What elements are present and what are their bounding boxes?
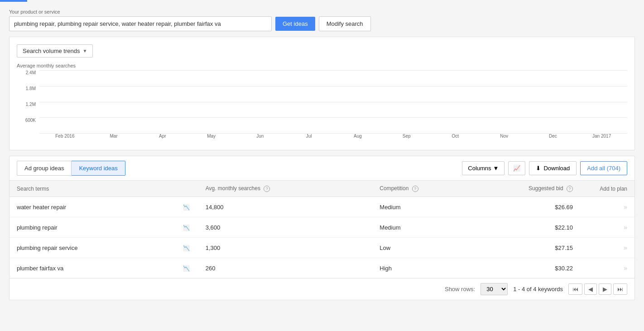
add-to-plan-water-heater[interactable]: » — [580, 197, 634, 217]
term-plumbing-repair-service: plumbing repair service — [10, 238, 176, 258]
get-ideas-button[interactable]: Get ideas — [275, 17, 315, 31]
y-label-1.8m: 1.8M — [26, 86, 36, 91]
bars-container — [39, 70, 627, 134]
search-volume-trends-button[interactable]: Search volume trends ▼ — [17, 44, 93, 58]
last-page-button[interactable]: ⏭ — [613, 283, 627, 295]
download-button[interactable]: ⬇ Download — [529, 161, 577, 175]
page-nav: ⏮ ◀ ▶ ⏭ — [568, 283, 627, 295]
trend-icon-plumbing-repair-service[interactable]: 📉 — [176, 238, 198, 258]
search-label: Your product or service — [9, 9, 635, 14]
chart-panel: Search volume trends ▼ Average monthly s… — [9, 37, 635, 150]
add-to-plan-chevron-icon: » — [624, 224, 627, 231]
term-plumber-fairfax-va: plumber fairfax va — [10, 258, 176, 278]
x-label-nov: Nov — [481, 134, 528, 143]
modify-search-button[interactable]: Modify search — [319, 16, 371, 31]
trend-icon-water-heater[interactable]: 📉 — [176, 197, 198, 217]
y-label-1.2m: 1.2M — [26, 102, 36, 107]
tab-keyword-ideas[interactable]: Keyword ideas — [72, 161, 125, 176]
add-to-plan-plumbing-repair[interactable]: » — [580, 217, 634, 238]
add-to-plan-plumbing-repair-service[interactable]: » — [580, 238, 634, 258]
add-all-button[interactable]: Add all (704) — [580, 161, 627, 175]
download-icon: ⬇ — [536, 165, 541, 172]
search-section: Your product or service Get ideas Modify… — [9, 9, 635, 31]
rows-select[interactable]: 30 50 100 — [481, 283, 508, 295]
prev-page-button[interactable]: ◀ — [584, 283, 597, 295]
columns-dropdown-icon: ▼ — [493, 165, 499, 172]
trend-icon-plumber-fairfax[interactable]: 📉 — [176, 258, 198, 278]
tabs: Ad group ideas Keyword ideas — [17, 161, 125, 176]
dropdown-arrow-icon: ▼ — [82, 48, 87, 53]
next-page-button[interactable]: ▶ — [599, 283, 611, 295]
chart-header: Search volume trends ▼ — [17, 44, 627, 58]
term-plumbing-repair: plumbing repair — [10, 217, 176, 238]
monthly-plumber-fairfax: 260 — [198, 258, 373, 278]
avg-monthly-help-icon[interactable]: ? — [264, 186, 270, 192]
chart-area: Average monthly searches 2.4M 1.8M 1.2M … — [17, 63, 627, 143]
first-page-button[interactable]: ⏮ — [568, 283, 582, 295]
suggested-bid-help-icon[interactable]: ? — [567, 186, 573, 192]
table-section: Ad group ideas Keyword ideas Columns ▼ 📈… — [9, 156, 635, 300]
monthly-plumbing-repair-service: 1,300 — [198, 238, 373, 258]
download-label: Download — [543, 165, 570, 172]
pagination-bar: Show rows: 30 50 100 1 - 4 of 4 keywords… — [10, 278, 634, 300]
tab-ad-group-ideas[interactable]: Ad group ideas — [17, 161, 72, 176]
search-input[interactable] — [9, 16, 272, 31]
table-row: plumbing repair service 📉 1,300 Low $27.… — [10, 238, 634, 258]
x-label-sep: Sep — [383, 134, 430, 143]
x-label-jan2017: Jan 2017 — [578, 134, 625, 143]
add-to-plan-chevron-icon: » — [624, 203, 627, 211]
table-toolbar: Ad group ideas Keyword ideas Columns ▼ 📈… — [10, 156, 634, 181]
th-suggested-bid: Suggested bid ? — [490, 181, 580, 197]
add-to-plan-chevron-icon: » — [624, 244, 627, 251]
competition-help-icon[interactable]: ? — [412, 186, 418, 192]
table-body: water heater repair 📉 14,800 Medium $26.… — [10, 197, 634, 278]
y-label-2.4m: 2.4M — [26, 70, 36, 75]
competition-plumber-fairfax: High — [372, 258, 490, 278]
search-row: Get ideas Modify search — [9, 16, 635, 31]
x-label-jul: Jul — [285, 134, 333, 143]
th-competition: Competition ? — [372, 181, 490, 197]
th-add-to-plan: Add to plan — [580, 181, 634, 197]
table-row: water heater repair 📉 14,800 Medium $26.… — [10, 197, 634, 217]
term-water-heater-repair: water heater repair — [10, 197, 176, 217]
chart-icon: 📈 — [513, 165, 520, 172]
x-label-jun: Jun — [236, 134, 284, 143]
th-trend — [176, 181, 198, 197]
bid-plumbing-repair-service: $27.15 — [490, 238, 580, 258]
table-head: Search terms Avg. monthly searches ? Com… — [10, 181, 634, 197]
add-to-plan-plumber-fairfax[interactable]: » — [580, 258, 634, 278]
chart-icon-button[interactable]: 📈 — [508, 161, 525, 175]
bid-plumbing-repair: $22.10 — [490, 217, 580, 238]
bid-water-heater: $26.69 — [490, 197, 580, 217]
th-search-terms: Search terms — [10, 181, 176, 197]
trend-chart-icon: 📉 — [183, 204, 190, 211]
trend-icon-plumbing-repair[interactable]: 📉 — [176, 217, 198, 238]
competition-plumbing-repair-service: Low — [372, 238, 490, 258]
competition-plumbing-repair: Medium — [372, 217, 490, 238]
search-volume-trends-label: Search volume trends — [23, 48, 80, 54]
x-label-mar: Mar — [90, 134, 138, 143]
table-row: plumbing repair 📉 3,600 Medium $22.10 » — [10, 217, 634, 238]
x-label-apr: Apr — [139, 134, 187, 143]
th-avg-monthly: Avg. monthly searches ? — [198, 181, 373, 197]
trend-chart-icon: 📉 — [183, 225, 190, 231]
x-label-may: May — [187, 134, 235, 143]
data-table: Search terms Avg. monthly searches ? Com… — [10, 181, 634, 278]
x-label-oct: Oct — [432, 134, 479, 143]
trend-chart-icon: 📉 — [183, 265, 190, 272]
page-info: 1 - 4 of 4 keywords — [513, 286, 563, 293]
add-to-plan-chevron-icon: » — [624, 264, 627, 272]
x-label-feb2016: Feb 2016 — [41, 134, 89, 143]
y-label-600k: 600K — [25, 118, 36, 123]
x-label-dec: Dec — [529, 134, 577, 143]
columns-label: Columns — [468, 165, 491, 172]
columns-button[interactable]: Columns ▼ — [462, 161, 505, 175]
monthly-plumbing-repair: 3,600 — [198, 217, 373, 238]
table-row: plumber fairfax va 📉 260 High $30.22 » — [10, 258, 634, 278]
x-label-aug: Aug — [334, 134, 382, 143]
trend-chart-icon: 📉 — [183, 245, 190, 251]
competition-water-heater: Medium — [372, 197, 490, 217]
table-header-row: Search terms Avg. monthly searches ? Com… — [10, 181, 634, 197]
monthly-water-heater: 14,800 — [198, 197, 373, 217]
bid-plumber-fairfax: $30.22 — [490, 258, 580, 278]
